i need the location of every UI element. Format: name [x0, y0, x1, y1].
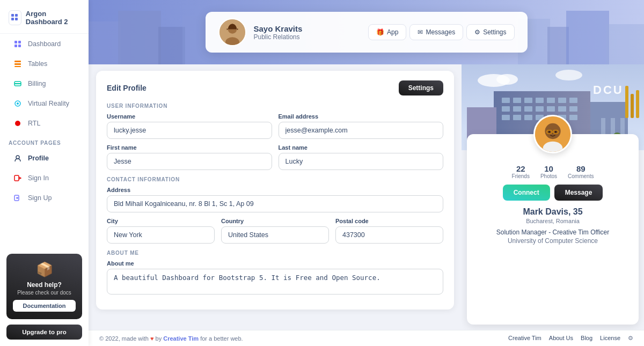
address-input[interactable]	[107, 195, 443, 212]
dashboard-icon	[13, 39, 23, 49]
contact-info-label: CONTACT INFORMATION	[107, 176, 443, 182]
account-section-label: ACCOUNT PAGES	[0, 134, 89, 148]
billing-icon	[13, 79, 23, 89]
sidebar: Argon Dashboard 2 Dashboard Tables Billi…	[0, 0, 89, 346]
help-title: Need help?	[13, 281, 76, 289]
signin-label: Sign In	[28, 174, 49, 182]
friends-label: Friends	[512, 173, 530, 179]
footer-creator-link[interactable]: Creative Tim	[163, 335, 199, 342]
email-input[interactable]	[279, 122, 444, 139]
settings-button[interactable]: ⚙ Settings	[466, 24, 514, 40]
sidebar-item-signup[interactable]: Sign Up	[4, 188, 84, 208]
sidebar-item-tables[interactable]: Tables	[4, 54, 84, 73]
gear-icon[interactable]: ⚙	[628, 335, 633, 342]
app-button[interactable]: 🎁 App	[368, 24, 406, 40]
sidebar-item-vr[interactable]: Virtual Reality	[4, 94, 84, 113]
signin-icon	[13, 173, 23, 183]
last-name-input[interactable]	[279, 153, 444, 170]
svg-point-34	[555, 70, 582, 80]
footer-link-creativetim[interactable]: Creative Tim	[508, 335, 541, 342]
connect-button[interactable]: Connect	[503, 185, 550, 201]
svg-rect-53	[524, 115, 532, 120]
tables-icon	[13, 59, 23, 69]
city-input[interactable]	[107, 226, 215, 244]
footer-link-blog[interactable]: Blog	[581, 335, 592, 342]
last-name-label: Last name	[279, 144, 444, 151]
svg-rect-22	[158, 27, 185, 64]
svg-point-16	[16, 156, 19, 159]
friends-stat: 22 Friends	[512, 164, 530, 179]
header-profile-info: Sayo Kravits Public Relations	[254, 24, 303, 41]
email-group: Email address	[279, 113, 444, 139]
svg-rect-40	[536, 98, 544, 103]
profile-card-content: 22 Friends 10 Photos 89 Comments	[475, 142, 630, 245]
svg-rect-21	[118, 11, 161, 64]
messages-button[interactable]: ✉ Messages	[409, 24, 463, 40]
svg-rect-48	[547, 106, 555, 112]
country-label: Country	[221, 218, 329, 224]
sidebar-item-dashboard[interactable]: Dashboard	[4, 34, 84, 54]
footer-link-about[interactable]: About Us	[549, 335, 573, 342]
svg-rect-17	[14, 175, 19, 181]
svg-rect-26	[566, 11, 609, 64]
name-row: First name Last name	[107, 144, 443, 170]
country-input[interactable]	[221, 226, 329, 244]
sidebar-item-billing[interactable]: Billing	[4, 74, 84, 93]
brand: Argon Dashboard 2	[0, 0, 89, 34]
svg-rect-67	[631, 94, 634, 118]
svg-rect-12	[14, 83, 21, 84]
about-me-label: ABOUT ME	[107, 250, 443, 256]
svg-rect-20	[89, 21, 121, 64]
connect-message-row: Connect Message	[475, 185, 630, 201]
help-subtitle: Please check our docs	[13, 290, 76, 296]
docs-button[interactable]: Documentation	[13, 300, 76, 312]
sidebar-item-profile[interactable]: Profile	[4, 149, 84, 168]
settings-card-button[interactable]: Settings	[399, 80, 443, 95]
last-name-group: Last name	[279, 144, 444, 170]
sidebar-item-rtl[interactable]: RTL	[4, 114, 84, 133]
username-email-row: Username Email address	[107, 113, 443, 139]
svg-point-15	[15, 121, 20, 126]
footer-link-license[interactable]: License	[600, 335, 620, 342]
first-name-label: First name	[107, 144, 272, 151]
address-label: Address	[107, 187, 443, 193]
profile-label: Profile	[28, 154, 49, 162]
main-area: Sayo Kravits Public Relations 🎁 App ✉ Me…	[89, 0, 644, 346]
about-me-textarea[interactable]	[107, 269, 443, 295]
email-label: Email address	[279, 113, 444, 120]
sidebar-bottom: 📦 Need help? Please check our docs Docum…	[0, 247, 89, 346]
rtl-icon	[13, 119, 23, 128]
rtl-label: RTL	[28, 120, 40, 127]
footer-links: Creative Tim About Us Blog License ⚙	[508, 335, 633, 342]
address-group: Address	[107, 187, 443, 212]
svg-rect-42	[558, 98, 566, 103]
stats-row: 22 Friends 10 Photos 89 Comments	[475, 164, 630, 179]
messages-icon: ✉	[418, 28, 423, 36]
signup-label: Sign Up	[28, 194, 52, 202]
form-card-title: Edit Profile	[107, 84, 147, 92]
about-me-row: About me	[107, 260, 443, 295]
header-profile-name: Sayo Kravits	[254, 24, 303, 33]
sidebar-item-signin[interactable]: Sign In	[4, 168, 84, 188]
right-panel: DCU	[462, 64, 644, 330]
footer: © 2022, made with ♥ by Creative Tim for …	[89, 330, 644, 346]
profile-card-location: Bucharest, Romania	[475, 218, 630, 224]
postal-input[interactable]	[335, 226, 443, 244]
brand-name: Argon Dashboard 2	[26, 10, 80, 26]
svg-point-78	[555, 131, 557, 133]
first-name-input[interactable]	[107, 153, 272, 170]
svg-rect-10	[14, 66, 21, 67]
svg-text:DCU: DCU	[593, 83, 624, 97]
header-avatar	[218, 18, 246, 46]
username-input[interactable]	[107, 122, 272, 139]
message-button[interactable]: Message	[554, 185, 603, 201]
photos-label: Photos	[540, 173, 557, 179]
svg-rect-9	[14, 63, 21, 65]
upgrade-button[interactable]: Upgrade to pro	[6, 325, 82, 340]
dashboard-label: Dashboard	[28, 40, 61, 48]
footer-heart: ♥	[150, 335, 154, 342]
form-card: Edit Profile Settings USER INFORMATION U…	[96, 71, 454, 310]
help-icon: 📦	[13, 261, 76, 278]
svg-rect-49	[558, 106, 566, 112]
svg-rect-39	[524, 98, 532, 103]
